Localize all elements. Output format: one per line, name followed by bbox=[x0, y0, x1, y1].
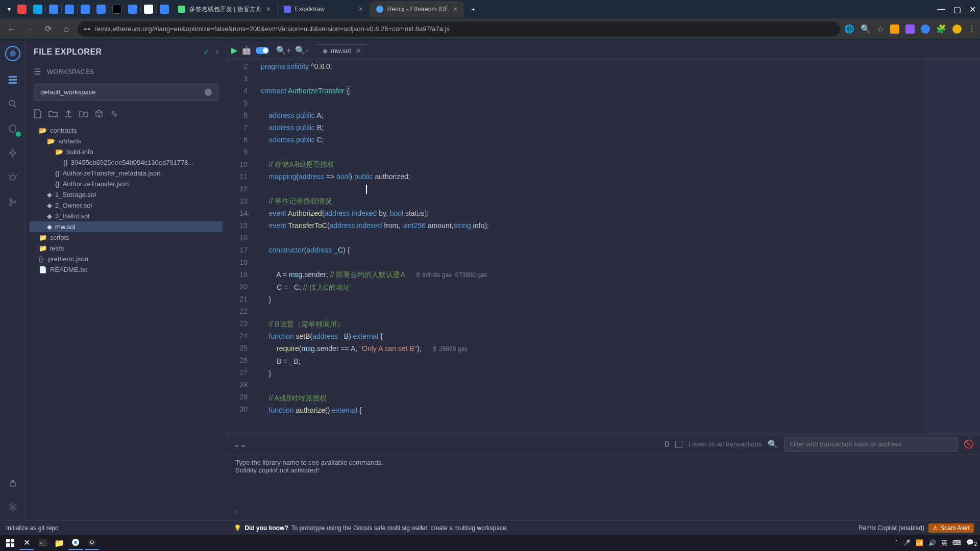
git-status[interactable]: Initialize as git repo bbox=[6, 524, 59, 532]
site-info-icon[interactable]: ⊶ bbox=[84, 25, 90, 33]
translate-icon[interactable]: 🌐 bbox=[844, 24, 854, 34]
terminal-filter-input[interactable] bbox=[784, 437, 958, 452]
workspace-select[interactable]: default_workspace bbox=[34, 84, 218, 101]
terminal-prompt[interactable]: › bbox=[227, 503, 980, 520]
wifi-icon[interactable]: 📶 bbox=[916, 539, 923, 546]
volume-icon[interactable]: 🔊 bbox=[928, 539, 936, 546]
robot-icon[interactable]: 🤖 bbox=[241, 45, 252, 55]
ext-icon-1[interactable] bbox=[890, 24, 899, 34]
browser-tab-3[interactable]: Remix - Ethereum IDE ✕ bbox=[370, 1, 464, 17]
pinned-ext-6[interactable] bbox=[96, 5, 106, 14]
file-readme[interactable]: 📄README.txt bbox=[30, 264, 223, 275]
zoom-out-icon[interactable]: 🔍- bbox=[295, 45, 308, 55]
deploy-icon[interactable] bbox=[6, 146, 20, 160]
file-transfer-json[interactable]: {}AuthorizeTransfer.json bbox=[30, 179, 223, 189]
taskbar-app-1[interactable]: ✕ bbox=[19, 536, 34, 550]
browser-tab-1[interactable]: 多签名钱包开发 | 极客方舟 ✕ bbox=[172, 1, 277, 17]
nav-home-button[interactable]: ⌂ bbox=[59, 22, 74, 36]
editor-tab-mw[interactable]: ◆ mw.sol ✕ bbox=[317, 44, 367, 57]
listen-checkbox[interactable] bbox=[675, 441, 682, 448]
pinned-ext-5[interactable] bbox=[81, 5, 90, 14]
chevron-right-icon[interactable]: › bbox=[216, 47, 218, 57]
pinned-ext-2[interactable] bbox=[33, 5, 42, 14]
zoom-icon[interactable]: 🔍 bbox=[861, 24, 871, 34]
search-rail-icon[interactable] bbox=[6, 97, 20, 111]
taskbar-chrome[interactable] bbox=[68, 536, 83, 550]
code-content[interactable]: pragma solidity ^0.8.0; contract Authori… bbox=[256, 60, 924, 434]
zoom-in-icon[interactable]: 🔍+ bbox=[276, 45, 291, 55]
new-folder-icon[interactable] bbox=[48, 109, 58, 119]
debugger-icon[interactable] bbox=[6, 170, 20, 185]
taskbar-obs[interactable] bbox=[85, 536, 99, 550]
settings-gear-icon[interactable] bbox=[6, 500, 20, 514]
close-icon[interactable]: ✕ bbox=[453, 6, 458, 13]
link-icon[interactable] bbox=[109, 109, 119, 119]
file-ballot-sol[interactable]: ◆3_Ballot.sol bbox=[30, 211, 223, 221]
bookmark-icon[interactable]: ☆ bbox=[877, 24, 884, 34]
git-icon[interactable] bbox=[6, 195, 20, 209]
profile-avatar[interactable] bbox=[952, 24, 962, 34]
hamburger-icon[interactable]: ☰ bbox=[34, 67, 41, 77]
notifications-icon[interactable]: 💬2 bbox=[966, 539, 977, 547]
pinned-ext-4[interactable] bbox=[65, 5, 74, 14]
compiler-icon[interactable] bbox=[6, 121, 20, 136]
taskbar-explorer[interactable]: 📁 bbox=[52, 536, 66, 550]
pinned-ext-10[interactable] bbox=[160, 5, 169, 14]
upload-folder-icon[interactable] bbox=[79, 109, 89, 119]
tab-search-icon[interactable]: ▾ bbox=[4, 4, 14, 14]
minimap[interactable] bbox=[924, 60, 980, 434]
nav-back-button[interactable]: ← bbox=[4, 22, 18, 36]
file-mw-sol[interactable]: ◆mw.sol bbox=[30, 221, 223, 232]
plugin-icon[interactable] bbox=[6, 477, 20, 491]
new-tab-button[interactable]: ＋ bbox=[468, 4, 478, 14]
nav-forward-button[interactable]: → bbox=[22, 22, 37, 36]
microphone-icon[interactable]: 🎤 bbox=[903, 539, 911, 546]
folder-tests[interactable]: 📁tests bbox=[30, 243, 223, 254]
search-terminal-icon[interactable]: 🔍 bbox=[768, 439, 778, 449]
upload-icon[interactable] bbox=[63, 109, 74, 119]
chrome-menu-icon[interactable]: ⋮ bbox=[968, 24, 976, 34]
file-hash-json[interactable]: {}39455cb6925eee54b094c130ea731778... bbox=[30, 157, 223, 168]
file-metadata-json[interactable]: {}AuthorizeTransfer_metadata.json bbox=[30, 168, 223, 179]
scam-alert-badge[interactable]: ⚠ Scam Alert bbox=[928, 523, 974, 533]
new-file-icon[interactable] bbox=[33, 109, 43, 119]
nav-reload-button[interactable]: ⟳ bbox=[41, 22, 55, 36]
file-explorer-icon[interactable] bbox=[6, 72, 20, 87]
pinned-ext-7[interactable] bbox=[112, 5, 121, 14]
file-prettier[interactable]: {}.prettierrc.json bbox=[30, 254, 223, 264]
close-icon[interactable]: ✕ bbox=[358, 6, 363, 13]
pinned-ext-9[interactable] bbox=[144, 5, 153, 14]
folder-build-info[interactable]: 📂build-info bbox=[30, 146, 223, 157]
remix-logo-icon[interactable] bbox=[4, 45, 21, 62]
ext-icon-2[interactable] bbox=[905, 24, 915, 34]
copilot-status[interactable]: Remix Copilot (enabled) bbox=[859, 524, 924, 532]
block-icon[interactable]: 🚫 bbox=[964, 439, 974, 449]
extensions-icon[interactable]: 🧩 bbox=[936, 24, 946, 34]
pinned-ext-8[interactable] bbox=[128, 5, 137, 14]
browser-tab-2[interactable]: Excalidraw ✕ bbox=[278, 1, 370, 17]
file-storage-sol[interactable]: ◆1_Storage.sol bbox=[30, 189, 223, 200]
pinned-ext-3[interactable] bbox=[49, 5, 58, 14]
close-icon[interactable]: ✕ bbox=[356, 47, 361, 55]
folder-artifacts[interactable]: 📂artifacts bbox=[30, 136, 223, 146]
url-input[interactable]: ⊶ remix.ethereum.org/#lang=en&optimize=f… bbox=[78, 21, 840, 37]
file-owner-sol[interactable]: ◆2_Owner.sol bbox=[30, 200, 223, 211]
keyboard-icon[interactable]: ⌨ bbox=[952, 539, 961, 546]
window-maximize-icon[interactable]: ▢ bbox=[953, 5, 961, 14]
pinned-ext-1[interactable] bbox=[17, 5, 27, 14]
tray-expand-icon[interactable]: ˄ bbox=[895, 539, 898, 546]
run-button[interactable]: ▶ bbox=[231, 45, 237, 55]
folder-contracts[interactable]: 📂contracts bbox=[30, 125, 223, 136]
ime-indicator[interactable]: 英 bbox=[941, 539, 947, 547]
folder-scripts[interactable]: 📁scripts bbox=[30, 232, 223, 243]
start-button[interactable] bbox=[3, 536, 17, 550]
ext-icon-3[interactable] bbox=[921, 24, 930, 34]
copilot-toggle[interactable] bbox=[256, 47, 269, 54]
close-icon[interactable]: ✕ bbox=[266, 6, 271, 13]
window-close-icon[interactable]: ✕ bbox=[969, 5, 976, 14]
collapse-terminal-icon[interactable]: ⌄⌄ bbox=[233, 439, 247, 449]
cube-icon[interactable] bbox=[94, 109, 104, 119]
taskbar-terminal[interactable]: >_ bbox=[36, 536, 50, 550]
window-minimize-icon[interactable]: ― bbox=[937, 5, 945, 14]
check-icon[interactable]: ✓ bbox=[203, 47, 210, 57]
